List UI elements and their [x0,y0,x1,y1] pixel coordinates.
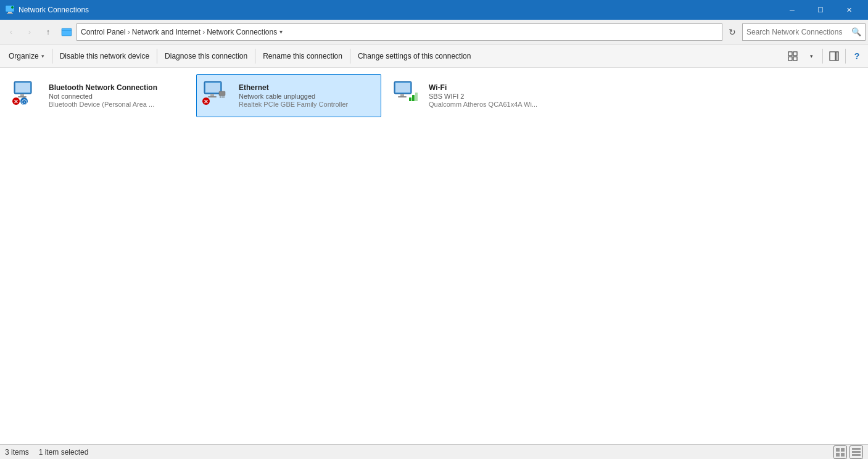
maximize-button[interactable]: ☐ [806,0,835,20]
view-toggle-button[interactable] [784,48,801,65]
svg-rect-22 [210,94,214,96]
bluetooth-connection-item[interactable]: ✕ ⨀ Bluetooth Network Connection Not con… [6,74,191,117]
status-info: 3 items 1 item selected [5,448,88,457]
wifi-connection-item[interactable]: Wi-Fi SBS WIFI 2 Qualcomm Atheros QCA61x… [386,74,571,117]
svg-rect-43 [852,454,861,456]
detail-view-icon [852,448,861,457]
ethernet-computer-icon: ✕ [202,80,228,106]
list-view-icon [836,448,845,457]
toolbar-sep-4 [350,49,350,64]
svg-rect-6 [788,52,792,56]
rename-button[interactable]: Rename this connection [257,46,349,66]
search-box[interactable]: 🔍 [742,23,866,41]
wifi-detail: Qualcomm Atheros QCA61x4A Wi... [429,101,537,108]
svg-rect-39 [836,453,840,457]
up-button[interactable]: ↑ [39,23,57,41]
wifi-ssid: SBS WIFI 2 [429,93,537,100]
ethernet-status: Network cable unplugged [239,93,348,100]
svg-text:✕: ✕ [204,99,209,105]
svg-rect-15 [18,96,27,97]
help-button[interactable]: ? [848,48,866,65]
view-icon [788,51,798,61]
svg-rect-31 [395,83,410,93]
bluetooth-info: Bluetooth Network Connection Not connect… [49,83,157,108]
diagnose-button[interactable]: Diagnose this connection [159,46,254,66]
crumb-network-internet[interactable]: Network and Internet [132,28,200,36]
svg-rect-1 [8,12,12,13]
back-button[interactable]: ‹ [2,23,20,41]
bluetooth-icon-container: ✕ ⨀ [12,80,43,111]
change-settings-button[interactable]: Change settings of this connection [352,46,477,66]
svg-text:✕: ✕ [14,99,19,105]
svg-rect-13 [15,83,30,93]
svg-rect-40 [841,453,845,457]
disable-button[interactable]: Disable this network device [54,46,155,66]
organize-button[interactable]: Organize ▾ [2,46,51,66]
svg-rect-14 [20,94,24,96]
toolbar-sep-3 [255,49,255,64]
svg-rect-23 [208,96,217,97]
bluetooth-detail: Bluetooth Device (Personal Area ... [49,101,157,108]
details-pane-button[interactable] [825,48,843,65]
window-controls: ─ ☐ ✕ [778,0,863,20]
organize-label: Organize [9,52,39,60]
wifi-name: Wi-Fi [429,83,537,92]
search-icon: 🔍 [851,27,861,36]
svg-rect-10 [830,52,835,60]
details-pane-icon [829,51,839,61]
ethernet-detail: Realtek PCIe GBE Family Controller [239,101,348,108]
path-icon [58,23,75,41]
svg-rect-5 [62,30,72,31]
wifi-computer-icon [392,80,418,106]
bluetooth-status: Not connected [49,93,157,100]
crumb-sep-2: › [202,28,205,36]
status-bar: 3 items 1 item selected [0,444,868,459]
svg-rect-4 [62,28,72,36]
wifi-icon-container [392,80,423,111]
crumb-control-panel[interactable]: Control Panel [81,28,126,36]
svg-rect-8 [788,57,792,60]
toolbar-sep-2 [157,49,157,64]
crumb-sep-1: › [128,28,130,36]
bluetooth-name: Bluetooth Network Connection [49,83,157,92]
path-dropdown-arrow[interactable]: ▾ [279,28,283,35]
ethernet-info: Ethernet Network cable unplugged Realtek… [239,83,348,108]
toolbar-sep-6 [845,49,846,64]
svg-rect-33 [398,96,407,97]
svg-rect-34 [409,97,411,101]
toolbar-sep-1 [52,49,52,64]
svg-rect-7 [793,52,797,56]
svg-rect-11 [836,52,838,60]
ethernet-icon-container: ✕ [202,80,233,111]
window-title: Network Connections [19,6,778,14]
main-content: ✕ ⨀ Bluetooth Network Connection Not con… [0,68,868,444]
svg-text:⨀: ⨀ [22,99,27,105]
item-count: 3 items [5,448,29,457]
svg-rect-9 [793,57,797,60]
wifi-info: Wi-Fi SBS WIFI 2 Qualcomm Atheros QCA61x… [429,83,537,108]
svg-rect-21 [205,83,220,93]
minimize-button[interactable]: ─ [778,0,806,20]
view-dropdown-button[interactable]: ▾ [803,48,820,65]
close-button[interactable]: ✕ [835,0,863,20]
refresh-button[interactable]: ↻ [724,23,741,41]
organize-dropdown-arrow: ▾ [41,53,44,59]
status-list-view-button[interactable] [833,445,847,459]
app-icon [5,5,15,15]
crumb-network-connections[interactable]: Network Connections [207,28,277,36]
ethernet-name: Ethernet [239,83,348,92]
title-bar: Network Connections ─ ☐ ✕ [0,0,868,20]
ethernet-connection-item[interactable]: ✕ Ethernet Network cable unplugged Realt… [196,74,381,117]
svg-rect-32 [400,94,404,96]
status-detail-view-button[interactable] [849,445,863,459]
svg-rect-24 [219,91,225,96]
selected-count: 1 item selected [39,448,89,457]
toolbar: Organize ▾ Disable this network device D… [0,44,868,68]
svg-rect-36 [415,93,418,101]
svg-rect-35 [412,95,415,101]
svg-rect-41 [852,448,861,450]
svg-rect-37 [836,448,840,452]
address-path[interactable]: Control Panel › Network and Internet › N… [76,23,722,41]
forward-button[interactable]: › [21,23,38,41]
search-input[interactable] [746,28,851,36]
